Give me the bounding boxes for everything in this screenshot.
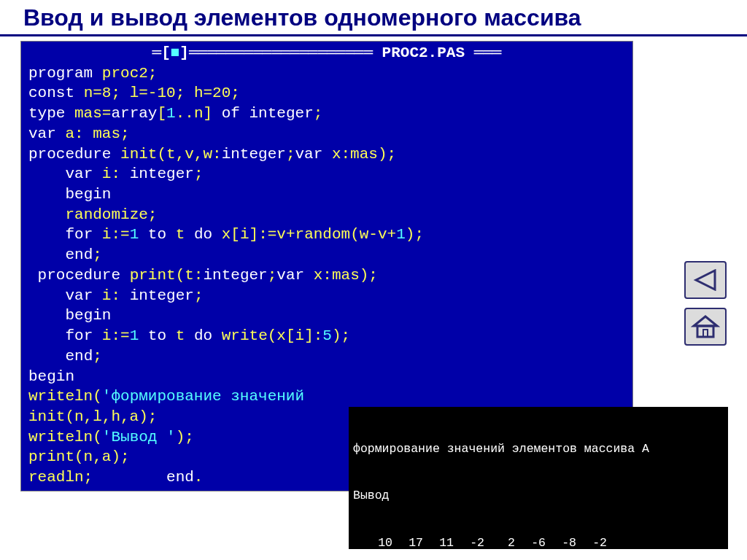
console-output: формирование значений элементов массива … [349, 407, 728, 549]
code-line: begin [28, 306, 625, 326]
home-icon [691, 314, 720, 340]
console-line: формирование значений элементов массива … [353, 441, 724, 456]
code-line: end; [28, 245, 625, 265]
code-line: end; [28, 346, 625, 367]
code-line: begin [28, 184, 625, 205]
code-line: procedure print(t:integer;var x:mas); [28, 265, 625, 286]
code-line: writeln('формирование значений [28, 386, 625, 407]
code-line: const n=8; l=-10; h=20; [28, 83, 625, 104]
editor-titlebar: ═[■]════════════════════ PROC2.PAS ═══ [21, 42, 632, 63]
code-line: var i: integer; [28, 164, 625, 184]
console-line: Вывод [353, 488, 724, 503]
code-line: var a: mas; [28, 124, 625, 144]
code-line: var i: integer; [28, 286, 625, 306]
svg-marker-0 [696, 271, 715, 289]
code-line: for i:=1 to t do write(x[i]:5); [28, 326, 625, 346]
code-line: begin [28, 367, 625, 387]
slide-title: Ввод и вывод элементов одномерного масси… [0, 0, 747, 36]
code-line: procedure init(t,v,w:integer;var x:mas); [28, 144, 625, 165]
triangle-left-icon [693, 269, 718, 291]
code-line: randomize; [28, 205, 625, 225]
svg-marker-1 [694, 316, 717, 326]
code-line: for i:=1 to t do x[i]:=v+random(w-v+1); [28, 225, 625, 245]
back-button[interactable] [684, 261, 727, 299]
console-numbers: 101711-22-6-8-2 [353, 535, 724, 551]
home-button[interactable] [684, 308, 727, 346]
svg-rect-2 [697, 326, 713, 337]
nav-buttons [684, 261, 732, 354]
code-line: type mas=array[1..n] of integer; [28, 104, 625, 124]
code-line: program proc2; [28, 63, 625, 84]
